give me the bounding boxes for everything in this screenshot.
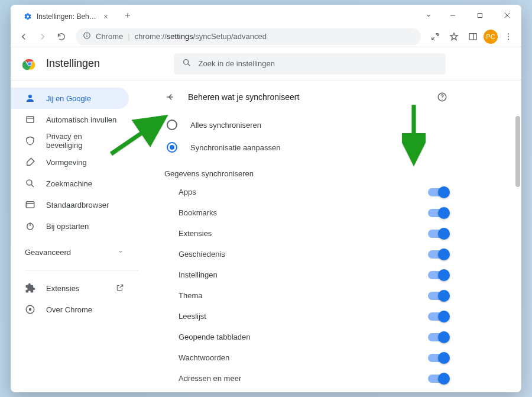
puzzle-icon <box>25 283 35 293</box>
toggle-label: Bookmarks <box>179 208 217 217</box>
site-info-icon[interactable] <box>83 31 91 41</box>
toggle-switch[interactable] <box>428 354 448 362</box>
radio-label: Alles synchroniseren <box>190 121 261 130</box>
bookmark-icon[interactable] <box>446 28 462 45</box>
maximize-button[interactable] <box>467 7 493 24</box>
scrollbar[interactable] <box>515 116 520 187</box>
side-panel-icon[interactable] <box>465 28 481 45</box>
chrome-logo-icon <box>22 57 37 71</box>
sidebar-item-appearance[interactable]: Vormgeving <box>11 151 129 173</box>
sidebar-item-label: Jij en Google <box>46 94 91 103</box>
tab-title: Instellingen: Beheren wat je syn… <box>37 12 97 21</box>
svg-point-23 <box>29 308 32 311</box>
toggle-switch[interactable] <box>428 292 448 300</box>
radio-icon <box>167 142 177 153</box>
sidebar-item-label: Privacy en beveiliging <box>46 132 117 150</box>
svg-rect-4 <box>469 33 476 40</box>
sync-toggle-row: Betaalmethoden, aanbiedingen en adressen… <box>164 389 448 392</box>
settings-search[interactable]: Zoek in de instellingen <box>174 53 446 75</box>
back-button[interactable] <box>15 28 32 45</box>
url-text: chrome://settings/syncSetup/advanced <box>135 32 267 41</box>
sidebar-item-on-startup[interactable]: Bij opstarten <box>11 215 129 237</box>
toggle-switch[interactable] <box>428 230 448 238</box>
search-placeholder: Zoek in de instellingen <box>199 59 275 68</box>
help-icon[interactable] <box>436 91 448 103</box>
search-icon <box>25 178 35 189</box>
avatar[interactable]: PC <box>484 30 498 44</box>
address-bar[interactable]: Chrome | chrome://settings/syncSetup/adv… <box>76 28 421 45</box>
sidebar: Jij en Google Automatisch invullen Priva… <box>11 80 153 392</box>
radio-label: Synchronisatie aanpassen <box>190 143 281 152</box>
sync-toggle-row: Extensies <box>164 223 448 244</box>
extensions-label: Extensies <box>46 284 79 293</box>
kebab-menu-icon[interactable] <box>500 28 517 45</box>
sync-toggle-row: Wachtwoorden <box>164 347 448 368</box>
sidebar-item-label: Bij opstarten <box>46 222 89 231</box>
sidebar-item-privacy[interactable]: Privacy en beveiliging <box>11 130 129 151</box>
main-content: Beheren wat je synchroniseert Alles sync… <box>153 80 521 392</box>
toggle-switch[interactable] <box>428 188 448 196</box>
search-icon <box>182 58 192 69</box>
sidebar-advanced[interactable]: Geavanceerd <box>11 241 153 263</box>
sidebar-item-you-and-google[interactable]: Jij en Google <box>11 88 129 109</box>
sidebar-item-autofill[interactable]: Automatisch invullen <box>11 109 129 130</box>
toggle-label: Instellingen <box>179 270 218 279</box>
minimize-button[interactable] <box>440 7 466 24</box>
sidebar-item-label: Automatisch invullen <box>46 115 116 124</box>
paint-icon <box>25 157 35 167</box>
window-controls <box>440 7 521 24</box>
sidebar-item-extensions[interactable]: Extensies <box>11 277 153 299</box>
svg-rect-0 <box>478 14 482 18</box>
radio-sync-custom[interactable]: Synchronisatie aanpassen <box>164 136 448 159</box>
svg-rect-18 <box>26 202 34 208</box>
svg-line-13 <box>188 64 190 66</box>
svg-point-25 <box>442 99 443 100</box>
address-hint: Chrome <box>96 32 123 41</box>
toggle-switch[interactable] <box>428 209 448 217</box>
reload-button[interactable] <box>53 28 70 45</box>
chevron-down-icon <box>117 248 124 257</box>
radio-sync-all[interactable]: Alles synchroniseren <box>164 114 448 136</box>
subsection-heading: Gegevens synchroniseren <box>164 169 448 178</box>
back-arrow-button[interactable] <box>164 91 176 103</box>
sidebar-item-search-engine[interactable]: Zoekmachine <box>11 173 129 194</box>
chrome-icon <box>25 304 35 315</box>
section-heading: Beheren wat je synchroniseert <box>188 92 424 102</box>
radio-icon <box>167 120 177 130</box>
svg-point-12 <box>183 60 188 64</box>
svg-rect-14 <box>27 117 34 123</box>
open-in-new-icon <box>116 283 124 293</box>
toggle-switch[interactable] <box>428 271 448 279</box>
browser-tab[interactable]: Instellingen: Beheren wat je syn… <box>15 7 116 26</box>
page-header: Beheren wat je synchroniseert <box>164 80 448 114</box>
svg-line-17 <box>31 185 34 187</box>
toggle-switch[interactable] <box>428 333 448 341</box>
forward-button[interactable] <box>34 28 51 45</box>
new-tab-button[interactable] <box>119 7 136 24</box>
close-window-button[interactable] <box>494 7 520 24</box>
toggle-switch[interactable] <box>428 375 448 383</box>
toggle-switch[interactable] <box>428 250 448 259</box>
person-icon <box>25 93 35 104</box>
toolbar: Chrome | chrome://settings/syncSetup/adv… <box>11 26 521 47</box>
browser-icon <box>25 199 35 210</box>
toggle-label: Leeslijst <box>179 312 206 321</box>
sync-toggle-row: Adressen en meer <box>164 368 448 389</box>
chevron-down-icon[interactable] <box>420 7 437 24</box>
close-icon[interactable] <box>102 12 110 21</box>
toggle-label: Apps <box>179 188 196 196</box>
about-label: Over Chrome <box>46 305 92 314</box>
page-title: Instellingen <box>46 57 100 70</box>
sync-toggle-row: Leeslijst <box>164 306 448 327</box>
divider <box>25 270 138 270</box>
sidebar-item-about[interactable]: Over Chrome <box>11 299 153 320</box>
share-icon[interactable] <box>427 28 443 45</box>
svg-point-8 <box>508 38 509 40</box>
toggle-label: Geopende tabbladen <box>179 333 250 341</box>
toggle-switch[interactable] <box>428 312 448 321</box>
toggle-label: Wachtwoorden <box>179 353 229 362</box>
gear-icon <box>24 12 32 21</box>
sidebar-item-default-browser[interactable]: Standaardbrowser <box>11 194 129 215</box>
toggle-label: Thema <box>179 291 202 300</box>
titlebar: Instellingen: Beheren wat je syn… <box>11 5 521 26</box>
